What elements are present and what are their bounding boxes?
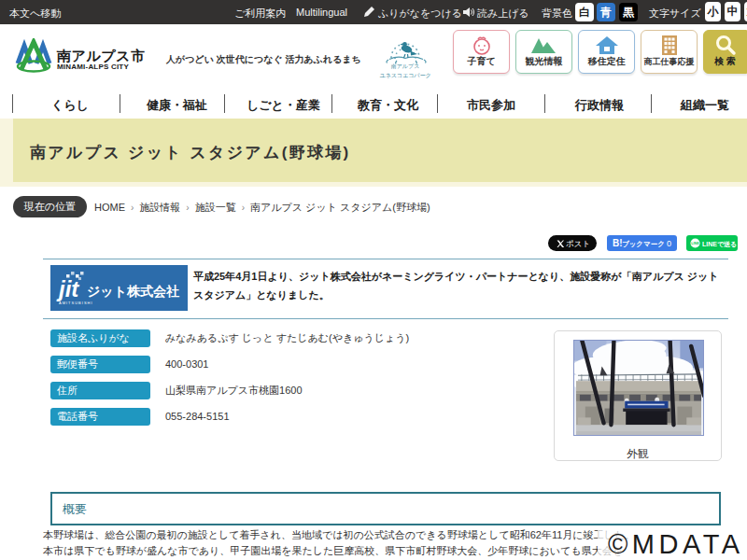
svg-text:AMITSUBISHI: AMITSUBISHI [59, 301, 93, 305]
svg-text:ジット株式会社: ジット株式会社 [87, 284, 179, 299]
svg-text:LINE: LINE [691, 242, 699, 245]
svg-text:南アルプス: 南アルプス [391, 63, 420, 69]
svg-text:jit: jit [56, 276, 79, 301]
svg-text:ユネスコエコパーク: ユネスコエコパーク [379, 72, 430, 78]
